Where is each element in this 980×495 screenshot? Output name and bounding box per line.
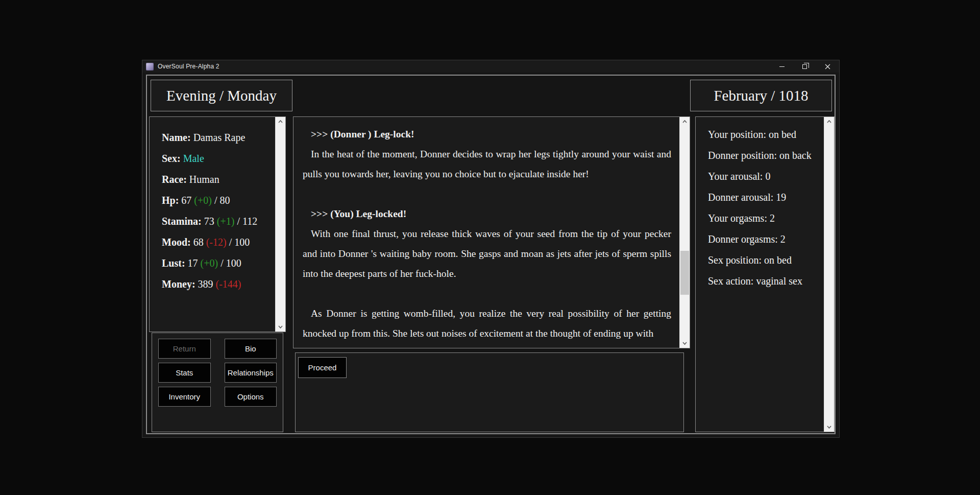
status-scrollbar[interactable] [824, 117, 834, 432]
story-panel: >>> (Donner ) Leg-lock!In the heat of th… [293, 116, 690, 348]
status-list: Your position: on bedDonner position: on… [696, 117, 824, 432]
status-line: Sex action: vaginal sex [708, 271, 819, 292]
story-paragraph: As Donner is getting womb-filled, you re… [303, 303, 671, 343]
stat-value: Human [189, 174, 219, 185]
menu-button-return[interactable]: Return [158, 339, 211, 359]
status-line: Sex position: on bed [708, 250, 819, 271]
proceed-button[interactable]: Proceed [298, 357, 347, 378]
stat-delta: (+0) [194, 195, 212, 206]
stat-max: / 80 [214, 195, 230, 206]
date-label: February / 1018 [714, 87, 808, 104]
status-line: Donner arousal: 19 [708, 187, 819, 208]
game-frame: Evening / Monday February / 1018 Name: D… [146, 75, 836, 434]
stat-row: Race: Human [162, 169, 275, 190]
stat-max: / 112 [237, 216, 257, 227]
status-line: Donner orgasms: 2 [708, 229, 819, 250]
restore-icon [802, 64, 807, 69]
stats-panel: Name: Damas RapeSex: MaleRace: HumanHp: … [149, 116, 286, 332]
menu-button-inventory[interactable]: Inventory [158, 387, 211, 407]
close-button[interactable] [816, 60, 839, 73]
stat-row: Stamina: 73 (+1) / 112 [162, 211, 275, 232]
stat-value: 68 [193, 237, 204, 248]
scroll-down-icon[interactable] [276, 322, 285, 332]
scroll-up-icon[interactable] [824, 117, 834, 126]
stat-delta: (+1) [217, 216, 235, 227]
choices-panel: Proceed [295, 352, 684, 432]
stat-row: Money: 389 (-144) [162, 274, 275, 295]
stat-delta: (+0) [201, 257, 218, 269]
stat-value: 17 [188, 257, 198, 269]
story-scrollbar[interactable] [679, 117, 690, 348]
stat-delta: (-144) [216, 278, 241, 290]
stat-value: 389 [198, 278, 213, 290]
status-panel: Your position: on bedDonner position: on… [695, 116, 835, 432]
stat-row: Lust: 17 (+0) / 100 [162, 253, 275, 274]
menu-button-relationships[interactable]: Relationships [225, 363, 277, 383]
time-box: Evening / Monday [151, 80, 292, 111]
stat-delta: (-12) [206, 237, 227, 248]
menu-button-stats[interactable]: Stats [158, 363, 211, 383]
stat-label: Hp: [162, 195, 179, 206]
status-line: Your orgasms: 2 [708, 208, 819, 229]
scroll-down-icon[interactable] [680, 339, 690, 348]
status-line: Your arousal: 0 [708, 166, 819, 187]
menu-panel: ReturnBioStatsRelationshipsInventoryOpti… [152, 333, 283, 432]
stat-row: Mood: 68 (-12) / 100 [162, 232, 275, 253]
stat-label: Sex: [162, 153, 181, 164]
status-line: Donner position: on back [708, 145, 819, 166]
stat-row: Name: Damas Rape [162, 127, 275, 148]
minimize-icon [779, 66, 785, 67]
menu-button-options[interactable]: Options [225, 387, 277, 407]
minimize-button[interactable] [770, 60, 793, 73]
stat-label: Money: [162, 278, 195, 290]
stat-value: 67 [181, 195, 191, 206]
stat-row: Hp: 67 (+0) / 80 [162, 190, 275, 211]
window-title: OverSoul Pre-Alpha 2 [158, 63, 219, 70]
app-icon [146, 63, 154, 70]
scroll-up-icon[interactable] [276, 117, 285, 126]
stat-label: Name: [162, 132, 191, 143]
close-icon [825, 64, 830, 69]
scroll-up-icon[interactable] [680, 117, 690, 126]
menu-grid: ReturnBioStatsRelationshipsInventoryOpti… [152, 333, 283, 412]
restore-button[interactable] [793, 60, 816, 73]
stats-scrollbar[interactable] [275, 117, 285, 332]
stat-label: Mood: [162, 237, 191, 248]
stat-label: Stamina: [162, 216, 202, 227]
stat-label: Race: [162, 174, 187, 185]
date-box: February / 1018 [690, 80, 832, 111]
story-heading: >>> (You) Leg-locked! [303, 204, 671, 224]
window-controls [770, 60, 839, 73]
scroll-down-icon[interactable] [824, 422, 834, 432]
title-bar: OverSoul Pre-Alpha 2 [142, 60, 839, 73]
stat-max: / 100 [220, 257, 241, 269]
app-window: OverSoul Pre-Alpha 2 Evening / Monday Fe… [142, 60, 839, 437]
menu-button-bio[interactable]: Bio [225, 339, 277, 359]
stat-value: Male [183, 153, 204, 164]
status-line: Your position: on bed [708, 124, 819, 145]
story-paragraph: In the heat of the moment, Donner decide… [303, 144, 671, 184]
stats-list: Name: Damas RapeSex: MaleRace: HumanHp: … [150, 117, 275, 332]
stat-max: / 100 [229, 237, 250, 248]
stat-value: Damas Rape [193, 132, 246, 143]
story-text: >>> (Donner ) Leg-lock!In the heat of th… [293, 117, 679, 348]
stat-row: Sex: Male [162, 148, 275, 169]
stat-label: Lust: [162, 257, 185, 269]
stat-value: 73 [204, 216, 214, 227]
story-paragraph: With one final thrust, you release thick… [303, 224, 671, 284]
story-heading: >>> (Donner ) Leg-lock! [303, 124, 671, 144]
scroll-thumb[interactable] [680, 251, 689, 295]
time-of-day-label: Evening / Monday [166, 87, 277, 104]
